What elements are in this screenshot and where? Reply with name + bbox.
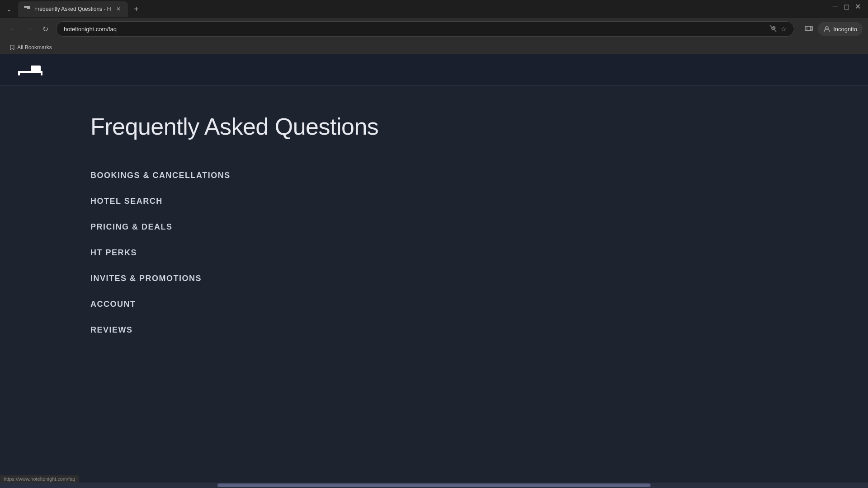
minimize-button[interactable]: ─ (832, 4, 838, 9)
tab-bar: ⌄ Frequently Asked Questions - H ✕ + ─ ◻… (0, 0, 868, 18)
address-icons: ☆ (769, 24, 787, 34)
tab-close-button[interactable]: ✕ (114, 5, 123, 13)
bookmark-star-icon[interactable]: ☆ (781, 25, 787, 33)
faq-category-hotel-search[interactable]: HOTEL SEARCH (90, 188, 868, 214)
page-content: Frequently Asked Questions BOOKINGS & CA… (0, 54, 868, 488)
all-bookmarks-item[interactable]: All Bookmarks (5, 43, 56, 52)
faq-category-account[interactable]: ACCOUNT (90, 291, 868, 317)
site-header (0, 54, 868, 86)
navigation-controls: ← → ↻ (5, 22, 52, 36)
faq-category-bookings-cancellations[interactable]: BOOKINGS & CANCELLATIONS (90, 163, 868, 188)
tab-navigation: ⌄ (4, 4, 14, 14)
tab-list-button[interactable]: ⌄ (4, 4, 14, 14)
faq-category-ht-perks[interactable]: HT PERKS (90, 240, 868, 266)
browser-actions: Incognito (802, 22, 863, 36)
address-text: hoteltonight.com/faq (64, 26, 765, 33)
status-url: https://www.hoteltonight.com/faq (4, 476, 75, 482)
page-title: Frequently Asked Questions (90, 113, 868, 140)
restore-button[interactable]: ◻ (844, 4, 849, 9)
logo-svg (18, 64, 42, 76)
incognito-button[interactable]: Incognito (818, 22, 863, 36)
incognito-label: Incognito (833, 26, 857, 33)
faq-category-reviews[interactable]: REVIEWS (90, 317, 868, 343)
browser-chrome: ⌄ Frequently Asked Questions - H ✕ + ─ ◻… (0, 0, 868, 54)
back-button[interactable]: ← (5, 22, 20, 36)
close-button[interactable]: ✕ (855, 4, 861, 9)
new-tab-button[interactable]: + (130, 3, 142, 15)
bookmarks-bar: All Bookmarks (0, 40, 868, 54)
forward-button[interactable]: → (22, 22, 36, 36)
device-button[interactable] (802, 22, 816, 36)
camera-off-icon (769, 24, 777, 34)
address-bar-row: ← → ↻ hoteltonight.com/faq ☆ (0, 18, 868, 40)
address-bar[interactable]: hoteltonight.com/faq ☆ (56, 21, 794, 37)
window-controls: ─ ◻ ✕ (832, 4, 861, 9)
scrollbar-thumb[interactable] (217, 483, 651, 487)
tab-favicon (24, 5, 31, 13)
status-bar: https://www.hoteltonight.com/faq (0, 475, 79, 483)
scrollbar-track (1, 483, 867, 487)
faq-category-pricing-deals[interactable]: PRICING & DEALS (90, 214, 868, 240)
site-logo[interactable] (18, 64, 42, 76)
horizontal-scrollbar[interactable] (0, 483, 868, 488)
reload-button[interactable]: ↻ (38, 22, 52, 36)
svg-rect-10 (31, 66, 41, 72)
faq-section: Frequently Asked Questions BOOKINGS & CA… (0, 86, 868, 361)
faq-categories-list: BOOKINGS & CANCELLATIONSHOTEL SEARCHPRIC… (90, 163, 868, 343)
tab-title: Frequently Asked Questions - H (34, 6, 111, 12)
active-tab[interactable]: Frequently Asked Questions - H ✕ (18, 1, 128, 17)
svg-rect-1 (27, 6, 30, 9)
faq-category-invites-promotions[interactable]: INVITES & PROMOTIONS (90, 266, 868, 291)
all-bookmarks-label: All Bookmarks (17, 44, 52, 51)
